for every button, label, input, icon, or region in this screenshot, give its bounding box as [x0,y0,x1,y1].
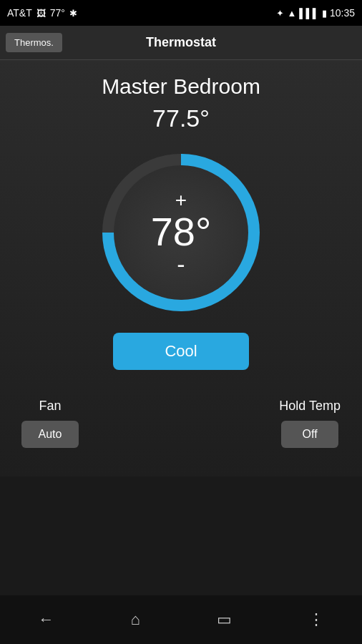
thermostat-inner: + 78° - [114,165,248,300]
back-button[interactable]: Thermos. [6,33,62,52]
set-temperature: 78° [151,212,212,252]
page-title: Thermostat [146,35,216,50]
controls-row: Fan Auto Hold Temp Off [0,399,362,448]
hold-temp-button[interactable]: Off [281,421,338,448]
bluetooth-icon: ✦ [276,8,284,19]
menu-icon[interactable]: ⋮ [301,603,331,636]
current-temperature: 77.5° [152,104,210,132]
hold-temp-control-group: Hold Temp Off [279,399,341,448]
wifi-icon: ▲ [287,8,296,19]
mode-button[interactable]: Cool [113,333,249,370]
carrier-label: AT&T [7,7,32,19]
main-content: Master Bedroom 77.5° + 78° - Cool Fan Au… [0,60,362,477]
battery-icon: ▮ [322,8,327,19]
clock: 10:35 [330,7,355,19]
hold-temp-label: Hold Temp [279,399,341,414]
fan-label: Fan [39,399,61,414]
thermostat-ring: + 78° - [102,154,260,311]
nav-bar: Thermos. Thermostat [0,26,362,60]
status-right: ✦ ▲ ▌▌▌ ▮ 10:35 [276,7,355,19]
signal-icon: ▌▌▌ [299,8,319,19]
room-name: Master Bedroom [102,74,260,99]
decrease-temp-button[interactable]: - [162,252,199,276]
thermostat-control: + 78° - [102,154,260,311]
image-icon: 🖼 [36,8,46,19]
recent-apps-icon[interactable]: ▭ [210,603,239,636]
temperature-status: 77° [50,7,65,19]
back-nav-icon[interactable]: ← [31,603,61,636]
bottom-nav: ← ⌂ ▭ ⋮ [0,595,362,644]
fan-mode-button[interactable]: Auto [21,421,79,448]
bbm-icon: ✱ [69,8,77,19]
home-nav-icon[interactable]: ⌂ [123,603,147,636]
status-bar: AT&T 🖼 77° ✱ ✦ ▲ ▌▌▌ ▮ 10:35 [0,0,362,26]
fan-control-group: Fan Auto [21,399,79,448]
status-left: AT&T 🖼 77° ✱ [7,7,77,19]
